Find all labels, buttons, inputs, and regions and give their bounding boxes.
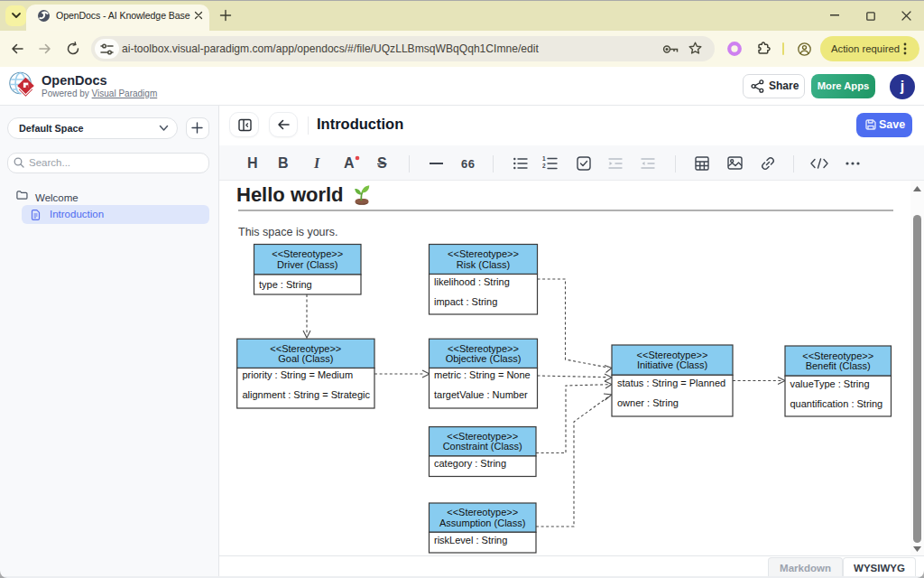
svg-text:<<Stereotype>>: <<Stereotype>>: [447, 507, 518, 517]
svg-text:likelihood : String: likelihood : String: [434, 276, 510, 287]
svg-text:Risk (Class): Risk (Class): [457, 259, 510, 270]
svg-text:riskLevel : String: riskLevel : String: [434, 535, 507, 545]
svg-text:targetValue : Number: targetValue : Number: [434, 389, 528, 400]
svg-text:owner : String: owner : String: [617, 397, 679, 408]
svg-text:<<Stereotype>>: <<Stereotype>>: [637, 350, 708, 360]
svg-text:category : String: category : String: [434, 458, 506, 469]
svg-text:Benefit (Class): Benefit (Class): [806, 360, 871, 371]
svg-text:Objective (Class): Objective (Class): [446, 353, 522, 364]
svg-text:impact : String: impact : String: [434, 296, 497, 307]
svg-text:status : String = Planned: status : String = Planned: [617, 378, 725, 388]
svg-text:Assumption (Class): Assumption (Class): [439, 517, 525, 528]
svg-text:2: 2: [542, 163, 546, 169]
svg-text:<<Stereotype>>: <<Stereotype>>: [448, 343, 519, 354]
svg-text:<<Stereotype>>: <<Stereotype>>: [448, 248, 519, 259]
svg-text:valueType : String: valueType : String: [790, 378, 870, 389]
svg-text:<<Stereotype>>: <<Stereotype>>: [802, 350, 873, 361]
svg-text:metric : String = None: metric : String = None: [434, 369, 531, 380]
svg-text:1: 1: [542, 156, 546, 162]
svg-text:Driver (Class): Driver (Class): [277, 259, 337, 270]
svg-text:alignment : String = Strategic: alignment : String = Strategic: [243, 389, 371, 400]
svg-text:<<Stereotype>>: <<Stereotype>>: [447, 431, 518, 442]
svg-text:Constraint (Class): Constraint (Class): [443, 441, 522, 452]
svg-text:type : String: type : String: [259, 279, 312, 290]
svg-text:priority : String = Medium: priority : String = Medium: [243, 369, 354, 380]
svg-text:<<Stereotype>>: <<Stereotype>>: [270, 343, 341, 354]
svg-text:Goal (Class): Goal (Class): [278, 353, 333, 364]
svg-text:Initiative (Class): Initiative (Class): [637, 359, 707, 370]
svg-text:quantification : String: quantification : String: [790, 398, 883, 409]
svg-text:<<Stereotype>>: <<Stereotype>>: [272, 248, 343, 259]
